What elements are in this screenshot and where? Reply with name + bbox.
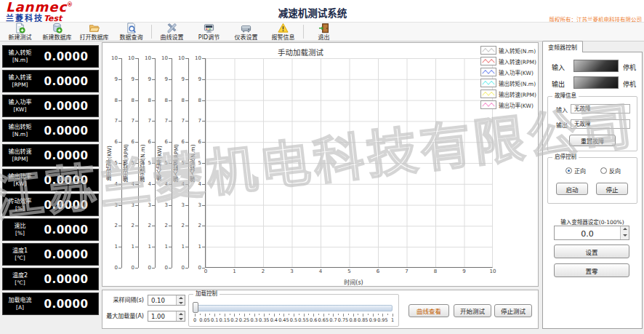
spinner-buttons[interactable]: [620, 226, 629, 239]
gauge-load-current: 加载电流[A]0.0000: [2, 293, 99, 315]
legend-item: 输出转速(RPM): [480, 90, 536, 98]
gauge-panel: 输入转矩[N.m]0.0000输入转速[RPM]0.0000输入功率[KW]0.…: [2, 45, 99, 315]
run-control-group: 启停控制 正向 反向 启动 停止: [547, 157, 637, 204]
title-bar: Lanmec® 兰菱科技Test 减速机测试系统 版权所有：江苏兰菱机电科技有限…: [0, 0, 644, 22]
spinner-down-icon[interactable]: [621, 233, 629, 239]
toolbar: 新建测试新建数据库打开数据库数据查询曲线设置PID调节仪表设置报警信息退出: [0, 22, 644, 41]
setpoint-input[interactable]: 0.0: [554, 226, 629, 240]
gauge-output-power: 输出功率[KW]0.0000: [2, 169, 99, 191]
legend-line-icon: [480, 57, 496, 65]
radio-reverse[interactable]: 反向: [600, 167, 621, 175]
toolbar-button-alarm-info[interactable]: 报警信息: [265, 23, 302, 41]
output-fault-field[interactable]: 无故障: [571, 119, 630, 129]
reset-fault-button[interactable]: 重置故障: [569, 135, 616, 146]
gauge-output-torque: 输出转矩[N.m]0.0000: [2, 119, 99, 142]
run-control-title: 启停控制: [552, 154, 579, 160]
legend-label: 输出转速(RPM): [499, 90, 536, 98]
toolbar-button-pid-tuning[interactable]: PID调节: [190, 23, 228, 41]
zero-button[interactable]: 置零: [554, 263, 629, 277]
gauge-value: 0.0000: [37, 248, 98, 261]
input-label: 输入: [552, 63, 565, 72]
toolbar-button-label: 退出: [318, 35, 330, 41]
y-axis-1: 输出转速(RPM)012345678910: [122, 58, 139, 268]
gauge-value: 0.0000: [37, 124, 98, 138]
legend-label: 输入功率(KW): [499, 68, 534, 76]
toolbar-button-data-query[interactable]: 数据查询: [113, 23, 150, 41]
fault-info-title: 故障信息: [552, 92, 579, 99]
gauge-value: 0.0000: [37, 149, 98, 162]
radio-forward[interactable]: 正向: [565, 167, 586, 175]
spinner-buttons[interactable]: [176, 311, 185, 321]
gauge-value: 0.0000: [37, 223, 98, 236]
fault-input-label: 输入: [556, 106, 568, 114]
inverter-control-panel: 变频器控制 输入 停机 输出 停机 故障信息 输入 无故障 输出 无故障 重置故…: [542, 41, 643, 329]
radio-forward-label: 正向: [574, 167, 586, 175]
toolbar-button-label: 仪表设置: [235, 35, 258, 41]
open-database-icon: [89, 23, 100, 33]
load-slider-track[interactable]: [195, 305, 393, 311]
set-button[interactable]: 设置: [554, 244, 629, 258]
gauge-label: 输入功率[KW]: [3, 99, 37, 113]
legend-label: 输出功率(KW): [499, 101, 534, 109]
gauge-value: 0.0000: [37, 100, 98, 113]
x-axis-ticks: 012345678910: [206, 267, 493, 274]
toolbar-button-label: PID调节: [198, 35, 220, 41]
chart-legend: 输入转矩(N.m)输入转速(RPM)输入功率(KW)输出转矩(N.m)输出转速(…: [480, 46, 536, 109]
input-status-text: 停机: [623, 63, 636, 72]
toolbar-button-label: 报警信息: [272, 35, 295, 41]
setpoint-value[interactable]: 0.0: [555, 226, 620, 239]
page-title: 减速机测试系统: [240, 5, 385, 20]
toolbar-button-label: 数据查询: [120, 35, 143, 41]
gauge-label: 传动效率[%]: [3, 198, 37, 212]
alarm-info-icon: [278, 23, 289, 33]
legend-line-icon: [480, 90, 496, 98]
spinner-down-icon[interactable]: [177, 301, 185, 306]
start-test-button[interactable]: 开始测试: [454, 304, 491, 317]
fault-output-label: 输出: [556, 121, 568, 129]
y-axis-4: 输入转速(RPM)012345678910: [172, 58, 189, 268]
stop-test-button[interactable]: 停止测试: [494, 304, 532, 317]
toolbar-button-new-test[interactable]: 新建测试: [1, 23, 39, 41]
sample-interval-input[interactable]: 0.10: [148, 295, 185, 306]
legend-line-icon: [480, 68, 496, 76]
sample-interval-value[interactable]: 0.10: [148, 295, 176, 305]
output-status-text: 停机: [623, 79, 636, 89]
y-axis-0: 输出功率(KW)012345678910: [105, 58, 122, 268]
tab-inverter-control[interactable]: 变频器控制: [542, 41, 583, 52]
gauge-temperature-2: 温度2[℃]0.0000: [2, 268, 99, 290]
logo-text-en: Lanmec®: [6, 1, 73, 14]
gauge-value: 0.0000: [37, 273, 98, 286]
spinner-up-icon[interactable]: [621, 226, 629, 233]
max-load-value[interactable]: 1.00: [148, 311, 176, 321]
radio-reverse-label: 反向: [609, 167, 621, 175]
max-load-label: 最大加载量(A): [100, 314, 144, 319]
gauge-output-speed: 输出转速[RPM]0.0000: [2, 144, 99, 167]
legend-item: 输入功率(KW): [480, 68, 536, 76]
toolbar-button-open-database[interactable]: 打开数据库: [76, 23, 113, 41]
gauge-value: 0.0000: [37, 75, 98, 88]
load-slider-handle[interactable]: [193, 302, 198, 313]
toolbar-button-exit[interactable]: 退出: [305, 23, 342, 41]
max-load-input[interactable]: 1.00: [148, 311, 185, 322]
radio-unselected-icon: [600, 167, 607, 174]
output-status-bar: [573, 76, 619, 89]
toolbar-button-new-database[interactable]: 新建数据库: [39, 23, 76, 41]
bottom-control-panel: 采样间隔(s) 0.10 最大加载量(A) 1.00 加载控制 00.050.1…: [102, 290, 539, 329]
exit-icon: [318, 23, 329, 33]
fault-info-group: 故障信息 输入 无故障 输出 无故障 重置故障: [547, 96, 637, 151]
gauge-speed-ratio: 速比[%]0.0000: [2, 218, 99, 241]
run-stop-button[interactable]: 停止: [596, 183, 628, 195]
gauge-input-speed: 输入转速[RPM]0.0000: [2, 70, 99, 92]
spinner-down-icon[interactable]: [177, 317, 185, 322]
gauge-label: 加载电流[A]: [3, 297, 37, 311]
spinner-buttons[interactable]: [176, 295, 185, 305]
toolbar-button-label: 新建数据库: [43, 35, 72, 41]
inverter-control-body: 输入 停机 输出 停机 故障信息 输入 无故障 输出 无故障 重置故障 启停控制…: [542, 52, 643, 329]
curve-view-button[interactable]: 曲线查看: [408, 304, 449, 317]
toolbar-button-curve-settings[interactable]: 曲线设置: [153, 23, 190, 41]
toolbar-button-instrument-settings[interactable]: 仪表设置: [228, 23, 265, 41]
y-axis-2: 输出转矩(N.m)012345678910: [139, 58, 156, 268]
input-fault-field[interactable]: 无故障: [571, 104, 630, 114]
run-start-button[interactable]: 启动: [556, 183, 588, 195]
lanmec-logo: Lanmec® 兰菱科技Test: [6, 1, 73, 23]
